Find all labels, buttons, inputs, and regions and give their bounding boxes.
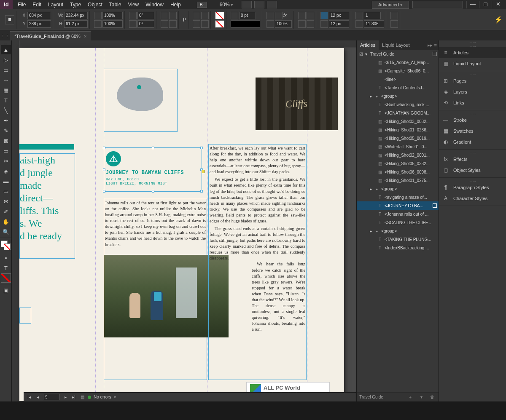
bridge-button[interactable]: Br bbox=[197, 2, 207, 8]
fill-stroke-swatches[interactable] bbox=[1, 241, 11, 247]
frame-fit2-icon[interactable] bbox=[320, 20, 328, 28]
fill-swatch[interactable] bbox=[215, 12, 224, 19]
line-tool[interactable]: ╲ bbox=[1, 106, 11, 115]
article-item[interactable]: <line> bbox=[357, 75, 439, 83]
x-field[interactable]: 684 px bbox=[27, 12, 51, 19]
outport-icon[interactable] bbox=[202, 170, 205, 173]
zoom-level[interactable]: 60% bbox=[220, 2, 230, 8]
body-col1-frame[interactable]: Johanna rolls out of the tent at first l… bbox=[104, 199, 207, 380]
apply-color-icon[interactable]: ▪ bbox=[1, 253, 11, 262]
articles-tab[interactable]: Articles bbox=[357, 40, 379, 50]
article-item[interactable]: T<JONATHAN GOODM... bbox=[357, 109, 439, 117]
article-item[interactable]: ▸▸<group> bbox=[357, 185, 439, 193]
rotate-ccw-icon[interactable] bbox=[161, 12, 168, 19]
hand-tool[interactable]: ✋ bbox=[1, 217, 11, 226]
select-container-icon[interactable] bbox=[193, 12, 200, 19]
article-item[interactable]: ▨<Hiking_Shot01_0275... bbox=[357, 176, 439, 185]
scissors-tool[interactable]: ✂ bbox=[1, 156, 11, 166]
flip-h-icon[interactable] bbox=[169, 12, 177, 19]
article-item[interactable]: ▨<Hiking_Shot03_0032... bbox=[357, 117, 439, 126]
maximize-button[interactable]: ◻ bbox=[479, 1, 492, 8]
panel-button-stroke[interactable]: —Stroke bbox=[439, 115, 506, 126]
article-item[interactable]: ▨<615_Adobe_AI_Map... bbox=[357, 58, 439, 67]
wrap-1-icon[interactable] bbox=[298, 12, 306, 19]
rotate-cw-icon[interactable] bbox=[161, 20, 168, 28]
article-item[interactable]: ▨<Hiking_Shot05_0019... bbox=[357, 134, 439, 142]
article-item[interactable]: ▸▸<group> bbox=[357, 92, 439, 100]
panel-button-effects[interactable]: fxEffects bbox=[439, 154, 506, 165]
drop-shadow-icon[interactable] bbox=[275, 12, 283, 19]
wrap-3-icon[interactable] bbox=[298, 20, 306, 28]
panel-button-articles[interactable]: ≡Articles bbox=[439, 47, 506, 58]
rectangle-frame-tool[interactable]: ⊠ bbox=[1, 136, 11, 145]
gradient-feather-tool[interactable]: ▭ bbox=[1, 187, 11, 196]
gradient-swatch-tool[interactable]: ▬ bbox=[1, 177, 11, 186]
article-item[interactable]: ▨<Hiking_Shot05_0332... bbox=[357, 159, 439, 168]
document-page[interactable]: Cliffs aist-high d jungle made direct— l… bbox=[19, 48, 344, 401]
article-item[interactable]: T<avigating a maze of... bbox=[357, 193, 439, 201]
menu-object[interactable]: Object bbox=[84, 2, 106, 8]
canvas[interactable]: Cliffs aist-high d jungle made direct— l… bbox=[12, 40, 356, 401]
scale-x-field[interactable]: 100% bbox=[102, 12, 123, 19]
headline-frame[interactable]: aist-high d jungle made direct— liffs. T… bbox=[19, 153, 75, 259]
menu-file[interactable]: File bbox=[14, 2, 29, 8]
selection-tool[interactable]: ▲ bbox=[1, 45, 11, 54]
apply-none-icon[interactable] bbox=[1, 273, 11, 283]
article-item[interactable]: T<Table of ContentsJ... bbox=[357, 83, 439, 92]
view-mode-2-icon[interactable] bbox=[254, 1, 264, 8]
rectangle-tool[interactable]: ▭ bbox=[1, 146, 11, 155]
panel-button-paragraph-styles[interactable]: ¶Paragraph Styles bbox=[439, 182, 506, 193]
opacity-field[interactable]: 100% bbox=[275, 20, 292, 28]
menu-help[interactable]: Help bbox=[167, 2, 184, 8]
page-label-frame[interactable] bbox=[19, 308, 31, 324]
menu-type[interactable]: Type bbox=[67, 2, 84, 8]
article-item[interactable]: ▨<Hiking_Shot02_0001... bbox=[357, 151, 439, 159]
close-button[interactable]: ✕ bbox=[492, 1, 504, 8]
minimize-button[interactable]: — bbox=[466, 1, 479, 8]
new-article-icon[interactable]: ＋ bbox=[406, 394, 414, 400]
body-col2-frame[interactable]: After breakfast, we each lay out what we… bbox=[208, 144, 307, 380]
view-mode-3-icon[interactable] bbox=[267, 1, 277, 8]
article-export-icon[interactable] bbox=[433, 52, 437, 56]
map-frame[interactable] bbox=[104, 69, 178, 132]
y-field[interactable]: 288 px bbox=[27, 20, 51, 28]
panel-button-liquid-layout[interactable]: ▦Liquid Layout bbox=[439, 58, 506, 69]
h-field[interactable]: 61.2 px bbox=[64, 20, 88, 28]
article-root[interactable]: ☑ ▾ Travel Guide bbox=[357, 50, 439, 58]
free-transform-tool[interactable]: ◈ bbox=[1, 166, 11, 176]
flip-v-icon[interactable] bbox=[169, 20, 177, 28]
view-mode-1-icon[interactable] bbox=[242, 1, 252, 8]
page-field[interactable]: 9 bbox=[43, 394, 60, 400]
article-item[interactable]: T<TAKING THE PLUNG... bbox=[357, 235, 439, 243]
select-prev-icon[interactable] bbox=[193, 20, 200, 28]
open-pages-icon[interactable]: ▤ bbox=[79, 395, 85, 399]
article-item[interactable]: T<JOURNEYTO BA... bbox=[357, 201, 439, 210]
article-item[interactable]: T<Johanna rolls out of ... bbox=[357, 210, 439, 218]
last-page-icon[interactable]: ▸| bbox=[71, 395, 77, 399]
article-item[interactable]: T<IndexBBacktracking ... bbox=[357, 243, 439, 252]
stroke-style-swatch[interactable] bbox=[231, 20, 260, 28]
panel-button-character-styles[interactable]: ACharacter Styles bbox=[439, 193, 506, 204]
select-content-icon[interactable] bbox=[201, 12, 209, 19]
cols-field[interactable]: 1 bbox=[364, 12, 381, 19]
menu-view[interactable]: View bbox=[124, 2, 142, 8]
zoom-dropdown-icon[interactable]: ▾ bbox=[231, 2, 233, 8]
eyedropper-tool[interactable]: ✐ bbox=[1, 207, 11, 216]
stroke-field[interactable]: 0 pt bbox=[239, 12, 256, 19]
menu-layout[interactable]: Layout bbox=[45, 2, 67, 8]
cliffs-image-frame[interactable]: Cliffs bbox=[256, 78, 338, 130]
px-field2[interactable]: 12 px bbox=[329, 20, 349, 28]
tab-close-icon[interactable]: × bbox=[84, 34, 86, 39]
pencil-tool[interactable]: ✎ bbox=[1, 126, 11, 135]
panel-button-object-styles[interactable]: ▢Object Styles bbox=[439, 165, 506, 176]
article-item[interactable]: ▨<Hiking_Shot01_0236... bbox=[357, 126, 439, 134]
liquid-layout-tab[interactable]: Liquid Layout bbox=[379, 40, 413, 50]
select-next-icon[interactable] bbox=[201, 20, 209, 28]
article-item[interactable]: ▨<Waterfall_Shot01_0... bbox=[357, 142, 439, 151]
wrap-2-icon[interactable] bbox=[307, 12, 314, 19]
panel-button-pages[interactable]: ⊞Pages bbox=[439, 75, 506, 86]
panel-menu-icon[interactable]: ≡ bbox=[434, 43, 437, 48]
panel-button-swatches[interactable]: ▦Swatches bbox=[439, 126, 506, 136]
horizontal-ruler[interactable] bbox=[19, 40, 356, 48]
panel-button-layers[interactable]: ◈Layers bbox=[439, 86, 506, 97]
